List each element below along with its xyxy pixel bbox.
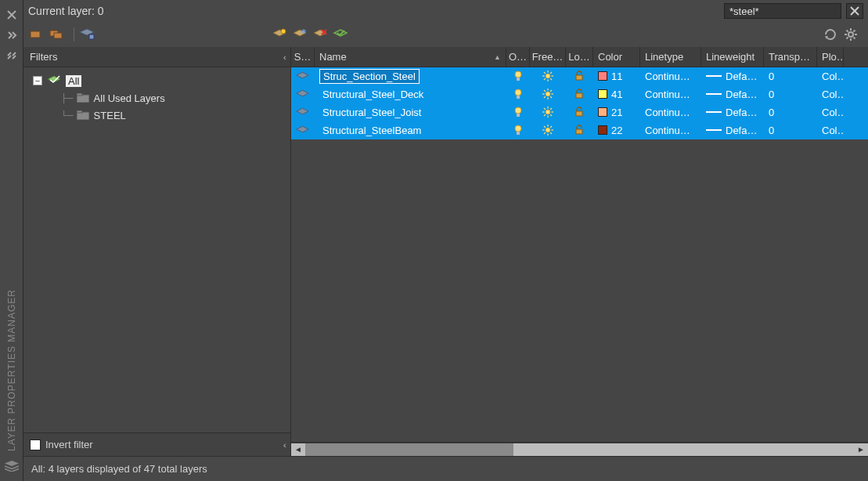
palette-title: LAYER PROPERTIES MANAGER bbox=[6, 289, 17, 451]
freeze-icon[interactable] bbox=[530, 121, 566, 139]
status-text: All: 4 layers displayed of 47 total laye… bbox=[31, 463, 207, 475]
cell-transparency[interactable]: 0 bbox=[764, 67, 817, 85]
close-palette-icon[interactable] bbox=[5, 8, 19, 22]
filter-tree-root[interactable]: − All bbox=[27, 72, 287, 89]
on-icon[interactable] bbox=[506, 85, 530, 103]
collapse-filters-icon[interactable]: ‹‹ bbox=[283, 52, 284, 62]
new-layer-icon[interactable] bbox=[272, 27, 287, 42]
table-row[interactable]: Structural_SteelBeam22Continu…Defa…0Col… bbox=[291, 121, 868, 139]
freeze-icon[interactable] bbox=[530, 67, 566, 85]
new-property-filter-icon[interactable] bbox=[28, 27, 44, 42]
cell-linetype[interactable]: Continu… bbox=[640, 103, 701, 121]
freeze-icon[interactable] bbox=[530, 85, 566, 103]
col-color[interactable]: Color bbox=[593, 47, 640, 67]
filter-tree-item-steel[interactable]: └─ STEEL bbox=[27, 107, 287, 124]
cell-transparency[interactable]: 0 bbox=[764, 85, 817, 103]
cell-lineweight[interactable]: Defa… bbox=[701, 67, 764, 85]
freeze-icon[interactable] bbox=[530, 103, 566, 121]
cell-color[interactable]: 21 bbox=[593, 103, 640, 121]
svg-line-88 bbox=[550, 132, 552, 134]
svg-line-31 bbox=[847, 31, 848, 32]
invert-filter-label: Invert filter bbox=[45, 439, 93, 450]
layer-states-icon[interactable] bbox=[79, 27, 95, 42]
lock-icon[interactable] bbox=[566, 121, 593, 139]
invert-filter-row[interactable]: Invert filter ‹‹ bbox=[23, 432, 290, 456]
refresh-icon[interactable] bbox=[823, 27, 838, 42]
filter-tree-item-used[interactable]: ├─ All Used Layers bbox=[27, 89, 287, 107]
svg-line-75 bbox=[550, 114, 552, 116]
table-row[interactable]: Structural_Steel_Joist21Continu…Defa…0Co… bbox=[291, 103, 868, 121]
lock-icon[interactable] bbox=[566, 67, 593, 85]
cell-name[interactable]: Structural_SteelBeam bbox=[315, 121, 506, 139]
cell-linetype[interactable]: Continu… bbox=[640, 85, 701, 103]
cell-color[interactable]: 22 bbox=[593, 121, 640, 139]
autohide-icon[interactable] bbox=[5, 28, 19, 42]
svg-line-77 bbox=[544, 114, 546, 116]
on-icon[interactable] bbox=[506, 121, 530, 139]
svg-point-15 bbox=[281, 29, 286, 34]
invert-filter-checkbox[interactable] bbox=[30, 439, 41, 450]
svg-rect-68 bbox=[517, 114, 520, 117]
top-row: Current layer: 0 bbox=[23, 0, 868, 22]
layers-stack-icon[interactable] bbox=[5, 459, 19, 473]
lock-icon[interactable] bbox=[566, 85, 593, 103]
delete-layer-icon[interactable] bbox=[312, 27, 328, 42]
cell-linetype[interactable]: Continu… bbox=[640, 121, 701, 139]
col-linetype[interactable]: Linetype bbox=[640, 47, 701, 67]
status-icon bbox=[291, 85, 315, 103]
cell-plotstyle[interactable]: Col… bbox=[817, 103, 844, 121]
sort-asc-icon: ▲ bbox=[494, 53, 501, 61]
col-transparency[interactable]: Transp… bbox=[764, 47, 817, 67]
cell-lineweight[interactable]: Defa… bbox=[701, 121, 764, 139]
col-lineweight[interactable]: Lineweight bbox=[701, 47, 764, 67]
svg-line-48 bbox=[544, 72, 546, 74]
cell-transparency[interactable]: 0 bbox=[764, 103, 817, 121]
new-group-filter-icon[interactable] bbox=[49, 27, 64, 42]
table-row[interactable]: Struc_Section_Steel11Continu…Defa…0Col… bbox=[291, 67, 868, 85]
scroll-right-icon[interactable]: ► bbox=[854, 443, 868, 456]
cell-name[interactable]: Struc_Section_Steel bbox=[315, 67, 506, 85]
scroll-left-icon[interactable]: ◄ bbox=[291, 443, 305, 456]
cell-plotstyle[interactable]: Col… bbox=[817, 67, 844, 85]
scroll-track[interactable] bbox=[305, 443, 854, 456]
layer-table: S… Name ▲ O… Free… Lo… Color Linetype Li… bbox=[291, 47, 868, 456]
col-status[interactable]: S… bbox=[291, 47, 315, 67]
cell-transparency[interactable]: 0 bbox=[764, 121, 817, 139]
cell-color[interactable]: 41 bbox=[593, 85, 640, 103]
cell-color[interactable]: 11 bbox=[593, 67, 640, 85]
svg-rect-81 bbox=[517, 132, 520, 135]
svg-rect-37 bbox=[77, 93, 82, 96]
cell-lineweight[interactable]: Defa… bbox=[701, 85, 764, 103]
new-layer-frozen-icon[interactable] bbox=[292, 27, 308, 42]
toolbar bbox=[23, 22, 868, 47]
set-current-icon[interactable] bbox=[333, 27, 348, 42]
collapse-filter-row-icon[interactable]: ‹‹ bbox=[283, 440, 284, 450]
col-plot[interactable]: Plo… bbox=[817, 47, 844, 67]
svg-point-69 bbox=[546, 110, 550, 114]
cell-lineweight[interactable]: Defa… bbox=[701, 103, 764, 121]
col-on[interactable]: O… bbox=[506, 47, 530, 67]
filters-title: Filters bbox=[30, 51, 57, 63]
horizontal-scrollbar[interactable]: ◄ ► bbox=[291, 442, 868, 456]
lock-icon[interactable] bbox=[566, 103, 593, 121]
clear-search-icon[interactable] bbox=[846, 3, 863, 19]
properties-icon[interactable] bbox=[5, 49, 19, 63]
cell-plotstyle[interactable]: Col… bbox=[817, 85, 844, 103]
svg-line-90 bbox=[544, 132, 546, 134]
cell-name[interactable]: Structural_Steel_Joist bbox=[315, 103, 506, 121]
col-freeze[interactable]: Free… bbox=[530, 47, 566, 67]
col-lock[interactable]: Lo… bbox=[566, 47, 593, 67]
on-icon[interactable] bbox=[506, 103, 530, 121]
table-row[interactable]: Structural_Steel_Deck41Continu…Defa…0Col… bbox=[291, 85, 868, 103]
svg-marker-79 bbox=[297, 126, 308, 132]
scroll-thumb[interactable] bbox=[305, 443, 513, 456]
tree-collapse-icon[interactable]: − bbox=[33, 76, 42, 85]
svg-point-56 bbox=[546, 92, 550, 96]
settings-icon[interactable] bbox=[843, 27, 859, 42]
search-input[interactable] bbox=[724, 3, 841, 19]
cell-linetype[interactable]: Continu… bbox=[640, 67, 701, 85]
on-icon[interactable] bbox=[506, 67, 530, 85]
col-name[interactable]: Name ▲ bbox=[315, 47, 506, 67]
cell-plotstyle[interactable]: Col… bbox=[817, 121, 844, 139]
cell-name[interactable]: Structural_Steel_Deck bbox=[315, 85, 506, 103]
